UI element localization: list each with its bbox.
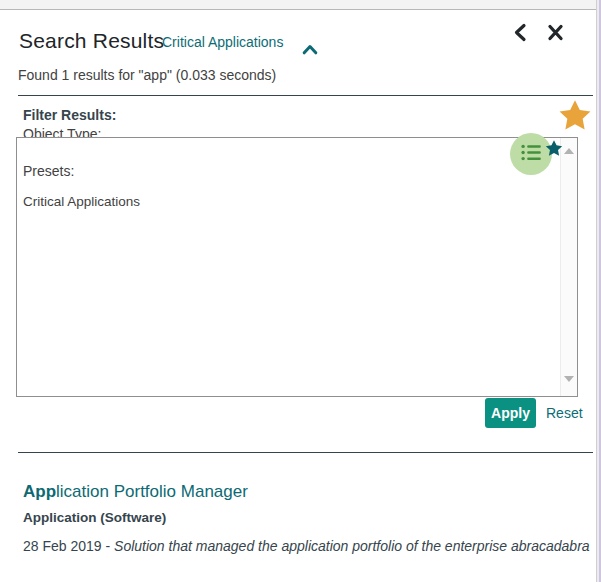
panel-scrollbar[interactable] [560, 138, 577, 396]
scroll-up-icon[interactable] [564, 148, 574, 154]
result-type: Application (Software) [23, 510, 166, 525]
page-title: Search Results [19, 29, 164, 53]
result-title-link[interactable]: Application Portfolio Manager [23, 482, 248, 502]
close-icon[interactable] [546, 23, 565, 42]
apply-button[interactable]: Apply [485, 398, 536, 428]
divider [18, 452, 593, 453]
chevron-up-icon[interactable] [302, 41, 318, 52]
list-icon [521, 144, 542, 165]
presets-label: Presets: [23, 163, 74, 179]
result-title-highlight: App [23, 482, 56, 501]
reset-link[interactable]: Reset [546, 405, 583, 421]
presets-dropdown-panel [16, 137, 578, 397]
result-date: 28 Feb 2019 - [23, 538, 114, 554]
favorite-star-icon[interactable] [558, 98, 592, 132]
top-window-strip [0, 0, 601, 10]
preset-item[interactable]: Critical Applications [23, 194, 140, 209]
back-icon[interactable] [511, 23, 530, 42]
scroll-down-icon[interactable] [564, 376, 574, 382]
result-title-rest: lication Portfolio Manager [56, 482, 248, 501]
results-summary: Found 1 results for "app" (0.033 seconds… [18, 67, 276, 83]
result-description-text: Solution that managed the application po… [114, 538, 590, 554]
result-description: 28 Feb 2019 - Solution that managed the … [23, 538, 590, 554]
preset-star-icon[interactable] [545, 139, 563, 157]
divider [18, 95, 593, 96]
filter-results-label: Filter Results: [23, 107, 116, 123]
active-preset-link[interactable]: Critical Applications [162, 34, 283, 50]
window-scrollbar[interactable] [597, 0, 601, 582]
